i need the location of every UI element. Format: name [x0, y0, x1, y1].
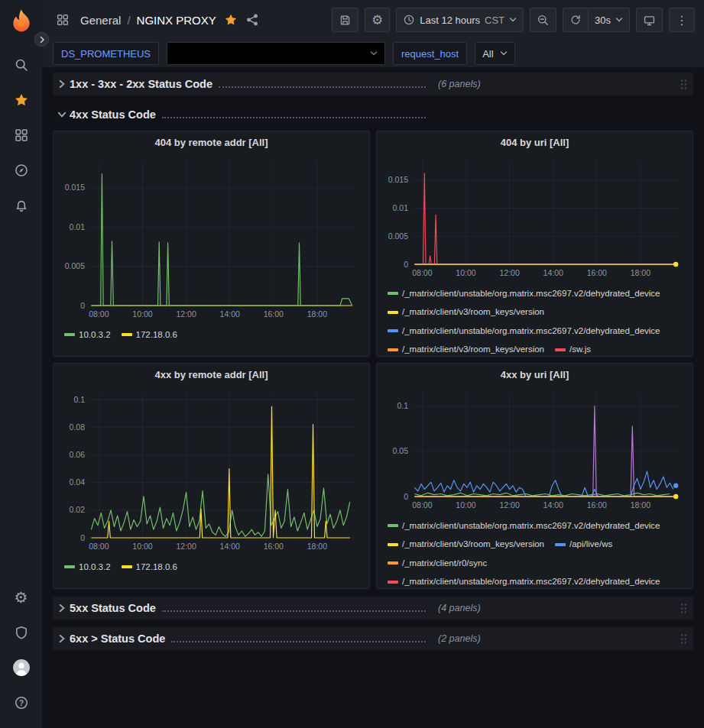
breadcrumb-title[interactable]: NGINX PROXY: [137, 14, 216, 27]
svg-text:08:00: 08:00: [412, 268, 432, 277]
chart-4xx-by-remote-addr[interactable]: 08:0010:0012:0014:0016:0018:0000.020.040…: [57, 385, 362, 555]
row-5xx-status-code[interactable]: 5xx Status Code (4 panels): [53, 597, 693, 620]
save-dashboard-button[interactable]: [332, 8, 358, 32]
svg-text:0.1: 0.1: [397, 401, 408, 410]
svg-text:10:00: 10:00: [132, 309, 152, 319]
legend-item[interactable]: /_matrix/client/r0/sync: [388, 555, 487, 571]
chart-404-by-remote-addr[interactable]: 08:0010:0012:0014:0016:0018:0000.0050.01…: [57, 153, 362, 322]
svg-text:10:00: 10:00: [456, 500, 475, 510]
svg-text:0: 0: [80, 301, 85, 310]
legend-swatch: [555, 348, 566, 351]
variables-bar: DS_PROMETHEUS request_host All: [42, 40, 704, 67]
variable-label-datasource: DS_PROMETHEUS: [53, 42, 159, 65]
sidebar-item-dashboards[interactable]: [0, 118, 42, 153]
row-4xx-status-code[interactable]: 4xx Status Code: [53, 103, 693, 126]
legend-swatch: [122, 333, 132, 336]
legend-swatch: [388, 311, 398, 314]
datasource-select[interactable]: [167, 42, 385, 65]
time-range-picker[interactable]: Last 12 hours CST: [396, 8, 524, 32]
legend-label: /_matrix/client/unstable/org.matrix.msc2…: [402, 574, 660, 588]
legend-label: /sw.js: [569, 341, 591, 356]
shield-icon: [14, 625, 29, 640]
panel-title[interactable]: 4xx by uri [All]: [377, 364, 693, 385]
legend-label: /_matrix/client/v3/room_keys/version: [402, 341, 544, 356]
sidebar-item-help[interactable]: ?: [0, 685, 42, 720]
chart-404-by-uri[interactable]: 08:0010:0012:0014:0016:0018:0000.0050.01…: [380, 153, 686, 281]
legend-label: 172.18.0.6: [136, 327, 177, 343]
clock-icon: [403, 14, 415, 26]
legend-item[interactable]: 10.0.3.2: [64, 559, 111, 575]
legend-swatch: [122, 565, 132, 568]
svg-text:12:00: 12:00: [499, 268, 519, 277]
zoom-out-button[interactable]: [530, 8, 556, 32]
sidebar-item-search[interactable]: [0, 47, 42, 83]
refresh-button[interactable]: [563, 8, 589, 32]
svg-text:0.02: 0.02: [70, 505, 86, 514]
panel-title[interactable]: 404 by uri [All]: [377, 131, 693, 153]
legend-label: 172.18.0.6: [136, 559, 177, 575]
search-icon: [14, 57, 29, 73]
legend-item[interactable]: /_matrix/client/unstable/org.matrix.msc2…: [388, 323, 660, 339]
drag-handle-icon[interactable]: [680, 603, 687, 614]
refresh-interval-label: 30s: [595, 15, 611, 26]
legend-item[interactable]: /_matrix/client/unstable/org.matrix.msc2…: [388, 286, 660, 302]
request-host-select[interactable]: All: [475, 42, 514, 65]
svg-text:0.01: 0.01: [393, 203, 409, 212]
legend-item[interactable]: 172.18.0.6: [122, 327, 177, 343]
share-icon[interactable]: [245, 13, 259, 27]
chart-4xx-by-uri[interactable]: 08:0010:0012:0014:0016:0018:0000.050.1: [380, 385, 686, 513]
grafana-app: ⚙ ?: [0, 0, 704, 728]
flame-icon: [8, 8, 34, 34]
sidebar-collapse-toggle[interactable]: [34, 32, 49, 47]
legend-item[interactable]: 10.0.3.2: [64, 327, 111, 343]
sidebar-item-server-admin[interactable]: [0, 615, 42, 650]
refresh-interval-picker[interactable]: 30s: [589, 8, 630, 32]
svg-text:0: 0: [404, 260, 408, 269]
compass-icon: [14, 163, 29, 178]
grafana-logo[interactable]: [5, 5, 37, 37]
svg-text:16:00: 16:00: [264, 542, 284, 551]
sidebar-item-starred[interactable]: [0, 83, 42, 118]
svg-text:14:00: 14:00: [220, 309, 240, 319]
time-range-label: Last 12 hours: [420, 15, 480, 26]
sidebar-bottom-group: ⚙ ?: [0, 580, 42, 720]
panel-title[interactable]: 404 by remote addr [All]: [54, 131, 369, 153]
legend-item[interactable]: /_matrix/client/v3/room_keys/version: [388, 341, 544, 356]
variable-label-request-host: request_host: [393, 42, 467, 65]
legend-label: /_matrix/client/unstable/org.matrix.msc2…: [402, 323, 660, 339]
legend-item[interactable]: /sw.js: [555, 341, 591, 356]
svg-text:0.005: 0.005: [388, 231, 408, 241]
svg-text:08:00: 08:00: [89, 309, 109, 319]
legend-item[interactable]: /_matrix/client/unstable/org.matrix.msc2…: [388, 574, 660, 588]
row-title: 1xx - 3xx - 2xx Status Code: [70, 78, 212, 90]
breadcrumb: General / NGINX PROXY: [80, 14, 216, 27]
row-1xx-3xx-2xx-status-code[interactable]: 1xx - 3xx - 2xx Status Code (6 panels): [53, 73, 693, 95]
sidebar-item-alerting[interactable]: [0, 188, 42, 223]
legend-item[interactable]: /_matrix/client/v3/room_keys/version: [388, 536, 544, 552]
sidebar-item-profile[interactable]: [0, 650, 42, 685]
breadcrumb-section[interactable]: General: [80, 14, 121, 27]
legend-item[interactable]: /_matrix/client/v3/room_keys/version: [388, 304, 544, 320]
chevron-right-icon: [57, 79, 67, 89]
drag-handle-icon[interactable]: [680, 633, 687, 645]
drag-handle-icon[interactable]: [680, 79, 687, 90]
chevron-down-icon: [509, 16, 517, 24]
svg-text:0: 0: [80, 533, 85, 542]
row-panel-count: (6 panels): [438, 79, 481, 89]
chevron-right-icon: [57, 603, 67, 613]
tv-mode-button[interactable]: [636, 8, 663, 32]
legend-item[interactable]: 172.18.0.6: [122, 559, 177, 575]
dashboard-settings-button[interactable]: ⚙: [365, 8, 390, 32]
more-options-button[interactable]: ⋮: [669, 8, 695, 32]
sidebar-item-configuration[interactable]: ⚙: [0, 580, 42, 615]
panel-title[interactable]: 4xx by remote addr [All]: [54, 364, 369, 385]
sidebar-item-explore[interactable]: [0, 153, 42, 188]
legend-item[interactable]: /_matrix/client/unstable/org.matrix.msc2…: [388, 518, 660, 534]
favorite-star-icon[interactable]: [224, 13, 238, 27]
legend-swatch: [388, 581, 398, 584]
panel-grid: 404 by remote addr [All] 08:0010:0012:00…: [53, 131, 693, 589]
row-6xx-status-code[interactable]: 6xx > Status Code (2 panels): [53, 627, 693, 650]
legend-item[interactable]: /api/live/ws: [555, 536, 612, 552]
kebab-menu-icon: ⋮: [676, 13, 688, 28]
svg-text:0: 0: [404, 492, 408, 501]
